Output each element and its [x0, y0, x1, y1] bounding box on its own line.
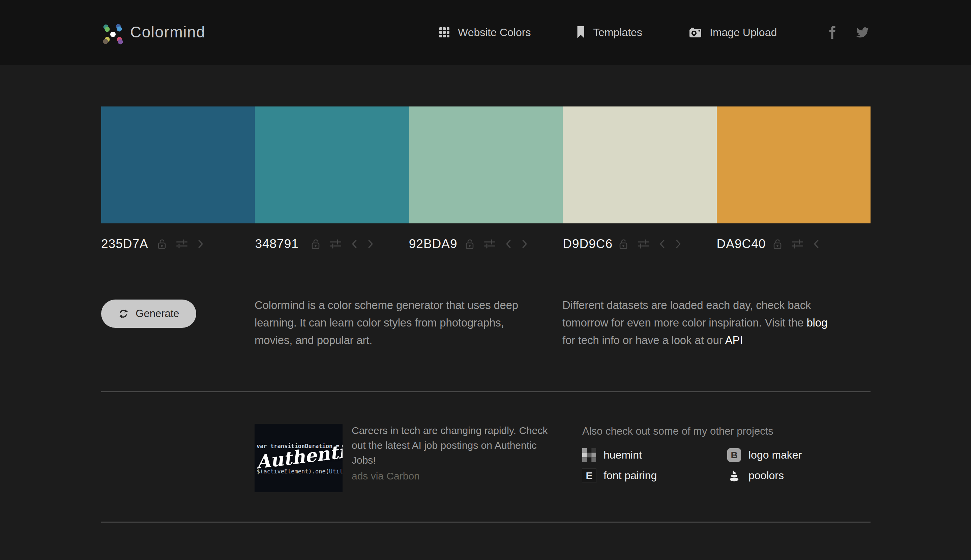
swatch-controls: 348791 [255, 236, 409, 252]
lock-icon[interactable] [619, 238, 627, 250]
chevron-left-icon[interactable] [351, 239, 358, 249]
brand-title[interactable]: Colormind [130, 23, 206, 41]
chevron-right-icon[interactable] [521, 239, 528, 249]
nav-label: Website Colors [458, 26, 531, 39]
project-link-font-pairing[interactable]: E font pairing [582, 469, 657, 483]
colormind-logo-icon[interactable] [99, 18, 124, 46]
top-navigation-bar: Colormind Website Colors Templates [0, 0, 971, 65]
palette-column-1: 235D7A [101, 107, 255, 252]
hex-code-label: DA9C40 [717, 237, 774, 251]
color-palette: 235D7A 348791 [101, 107, 871, 252]
huemint-icon [582, 448, 596, 462]
chevron-left-icon[interactable] [813, 239, 819, 249]
sliders-icon[interactable] [176, 238, 187, 249]
about-text: Colormind is a color scheme generator th… [254, 297, 540, 349]
project-link-logo-maker[interactable]: B logo maker [727, 448, 802, 462]
datasets-text: Different datasets are loaded each day, … [562, 297, 832, 349]
project-link-huemint[interactable]: huemint [582, 448, 642, 462]
chevron-right-icon[interactable] [197, 239, 204, 249]
hex-code-label: 92BDA9 [409, 237, 466, 251]
colormind-page: Colormind Website Colors Templates [0, 0, 971, 560]
datasets-text-mid: for tech info or have a look at our [562, 334, 725, 347]
carbon-ad-image[interactable]: var transitionDuration = Ut $(activeElem… [254, 424, 343, 492]
chevron-right-icon[interactable] [675, 239, 681, 249]
project-link-poolors[interactable]: poolors [727, 469, 784, 483]
project-label: logo maker [749, 449, 802, 461]
bookmark-icon [577, 26, 585, 39]
poolors-icon [727, 469, 741, 483]
projects-heading: Also check out some of my other projects [582, 425, 774, 437]
hex-code-label: 235D7A [101, 237, 158, 251]
divider-line [101, 391, 871, 392]
nav-label: Templates [593, 26, 642, 39]
font-pairing-icon: E [582, 469, 596, 483]
color-swatch[interactable] [101, 107, 255, 223]
lock-icon[interactable] [158, 238, 166, 250]
generate-label: Generate [135, 308, 179, 320]
carbon-ad-attribution[interactable]: ads via Carbon [352, 470, 420, 482]
lock-icon[interactable] [774, 238, 782, 250]
nav-image-upload[interactable]: Image Upload [689, 0, 777, 65]
blog-link[interactable]: blog [806, 317, 827, 329]
palette-column-2: 348791 [255, 107, 409, 252]
sliders-icon[interactable] [792, 238, 803, 249]
nav-label: Image Upload [710, 26, 777, 39]
swatch-controls: DA9C40 [717, 236, 871, 252]
nav-templates[interactable]: Templates [577, 0, 642, 65]
project-label: huemint [603, 449, 642, 461]
color-swatch[interactable] [717, 107, 871, 223]
carbon-ad-text[interactable]: Careers in tech are changing rapidly. Ch… [352, 423, 559, 468]
swatch-controls: 92BDA9 [409, 236, 563, 252]
chevron-left-icon[interactable] [505, 239, 511, 249]
logo-maker-icon: B [727, 448, 741, 462]
nav-website-colors[interactable]: Website Colors [439, 0, 531, 65]
lock-icon[interactable] [311, 238, 319, 250]
facebook-link[interactable] [829, 0, 836, 65]
palette-column-4: D9D9C6 [563, 107, 717, 252]
grid-icon [439, 27, 450, 38]
sliders-icon[interactable] [330, 238, 341, 249]
sliders-icon[interactable] [484, 238, 495, 249]
sync-icon [118, 308, 129, 319]
camera-icon [689, 27, 702, 38]
divider-line [101, 522, 871, 523]
palette-column-3: 92BDA9 [409, 107, 563, 252]
color-swatch[interactable] [409, 107, 563, 223]
ad-code-background: var transitionDuration = Ut $(activeElem… [254, 424, 343, 492]
color-swatch[interactable] [255, 107, 409, 223]
hex-code-label: 348791 [255, 237, 311, 251]
chevron-left-icon[interactable] [659, 239, 665, 249]
color-swatch[interactable] [563, 107, 717, 223]
palette-column-5: DA9C40 [717, 107, 871, 252]
lock-icon[interactable] [466, 238, 474, 250]
swatch-controls: D9D9C6 [563, 236, 717, 252]
chevron-right-icon[interactable] [368, 239, 374, 249]
twitter-icon [856, 27, 869, 38]
generate-button[interactable]: Generate [101, 300, 196, 328]
project-label: font pairing [603, 469, 657, 482]
project-label: poolors [749, 469, 784, 482]
hex-code-label: D9D9C6 [563, 237, 619, 251]
datasets-text-pre: Different datasets are loaded each day, … [562, 299, 811, 329]
twitter-link[interactable] [856, 0, 869, 65]
swatch-controls: 235D7A [101, 236, 255, 252]
sliders-icon[interactable] [638, 238, 649, 249]
facebook-icon [829, 26, 836, 39]
api-link[interactable]: API [725, 334, 743, 347]
